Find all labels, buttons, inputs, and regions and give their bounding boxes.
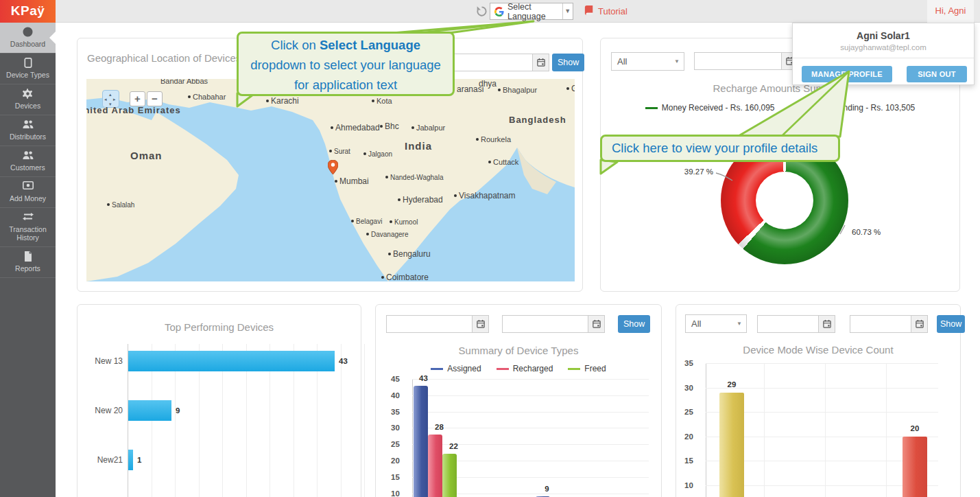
map-date-field[interactable] xyxy=(446,54,532,71)
calendar-icon[interactable] xyxy=(532,54,549,71)
map-label: Oman xyxy=(130,150,163,161)
sign-out-button[interactable]: SIGN OUT xyxy=(907,66,967,82)
bar-value-label: 43 xyxy=(339,357,348,365)
gear-icon xyxy=(1,89,54,100)
tutorial-link[interactable]: Tutorial xyxy=(584,5,628,17)
pan-right-icon[interactable]: ▸ xyxy=(113,97,116,102)
manage-profile-button[interactable]: MANAGE PROFILE xyxy=(802,66,892,82)
language-tooltip: Click on Select Language dropdown to sel… xyxy=(237,32,455,96)
map-label: India xyxy=(405,140,432,152)
report-icon xyxy=(1,251,54,262)
map-label: aranasi xyxy=(457,84,483,94)
language-dropdown-label: Select Language xyxy=(507,2,562,21)
money-icon xyxy=(1,181,54,192)
bar[interactable] xyxy=(903,437,927,497)
map-zoom-out-button[interactable]: − xyxy=(147,91,163,106)
bar-value-label: 29 xyxy=(728,380,737,389)
map-label: Kota xyxy=(372,97,392,105)
map-card-title: Geographical Location of Devices xyxy=(87,52,241,64)
map-label: Kurnool xyxy=(390,218,418,226)
recharge-filter-select[interactable]: All ▼ xyxy=(611,52,684,71)
bar-category-label: New 13 xyxy=(77,356,123,366)
map-label: Jabalpur xyxy=(411,124,445,132)
sidebar-item-label: Devices xyxy=(15,102,40,110)
sidebar-item-label: Customers xyxy=(10,163,45,172)
recharge-date-field[interactable] xyxy=(695,53,781,69)
map-show-button[interactable]: Show xyxy=(552,54,584,71)
bar-value-label: 1 xyxy=(137,456,141,464)
map-label: Surat xyxy=(329,148,350,155)
chevron-down-icon: ▼ xyxy=(674,53,680,70)
geo-map[interactable]: ▴ ▾ ◂ ▸ + − Bandar AbbasChabaharKarachiU… xyxy=(86,79,575,281)
pan-left-icon[interactable]: ◂ xyxy=(104,97,107,102)
greeting-button[interactable]: Hi, Agni xyxy=(927,0,974,23)
active-notch xyxy=(49,32,56,44)
bar-recharged[interactable] xyxy=(428,435,442,497)
map-label: Bhc xyxy=(380,122,399,131)
map-zoom-in-button[interactable]: + xyxy=(130,91,145,106)
legend-item: Money Pending - Rs. 103,505 xyxy=(790,103,916,113)
sidebar-item-label: Dashboard xyxy=(10,40,45,48)
chevron-down-icon[interactable]: ▼ xyxy=(562,3,573,19)
device-types-card: Show Summary of Device Types AssignedRec… xyxy=(375,304,662,497)
recharge-date-input[interactable] xyxy=(694,52,798,70)
map-label: Bangladesh xyxy=(509,115,566,125)
map-label: Cuttack xyxy=(488,158,518,166)
language-tooltip-line3: for application text xyxy=(239,75,453,95)
top-bar: KPaÿ Select Language ▼ Tutorial Hi, Agni xyxy=(0,0,980,23)
bar[interactable] xyxy=(128,351,335,371)
device-mode-card: All ▼ Show Device Mode Wise Device Count… xyxy=(676,304,961,497)
map-label: Bandar Abbas xyxy=(160,79,208,85)
language-dropdown[interactable]: Select Language ▼ xyxy=(490,3,573,20)
sidebar-item-reports[interactable]: Reports xyxy=(0,247,56,278)
legend-item: Money Received - Rs. 160,095 xyxy=(645,103,775,113)
sidebar-item-device-types[interactable]: Device Types xyxy=(0,54,56,84)
map-label: Rourkela xyxy=(476,135,511,143)
map-label: Chabahar xyxy=(188,93,226,101)
location-pin-icon[interactable] xyxy=(328,160,338,177)
bar-value-label: 20 xyxy=(911,424,920,432)
pan-up-icon[interactable]: ▴ xyxy=(109,92,112,97)
profile-tooltip-text: Click here to view your profile details xyxy=(612,141,817,155)
bar-category-label: New21 xyxy=(77,455,123,465)
device-mode-chart: 3530252015102920 xyxy=(676,305,961,497)
sidebar-item-label: Device Types xyxy=(6,71,49,79)
recharge-filter-value: All xyxy=(617,56,627,67)
refresh-icon[interactable] xyxy=(476,5,488,18)
sidebar-item-label: Distributors xyxy=(10,132,46,141)
sidebar-item-add-money[interactable]: Add Money xyxy=(0,177,56,208)
bar[interactable] xyxy=(128,450,133,470)
device-icon xyxy=(1,58,54,69)
donut-received-pct: 60.73 % xyxy=(852,228,881,236)
sidebar-item-devices[interactable]: Devices xyxy=(0,84,56,115)
sidebar-item-customers[interactable]: Customers xyxy=(0,146,56,177)
map-date-input[interactable] xyxy=(445,54,549,71)
map-label: Mumbai xyxy=(335,176,369,186)
map-label: Guwa xyxy=(566,84,575,93)
sidebar-item-label: Transaction History xyxy=(9,225,46,242)
donut-pending-pct: 39.27 % xyxy=(664,167,713,176)
divider xyxy=(793,58,974,58)
bar-assigned[interactable] xyxy=(414,386,428,497)
map-label: Salalah xyxy=(107,201,134,209)
map-label: Bengaluru xyxy=(388,249,431,259)
map-label: Coimbatore xyxy=(381,273,429,281)
book-icon xyxy=(584,5,594,17)
map-label: Belagavi xyxy=(351,218,382,225)
top-devices-chart: New 1343New 209New211 xyxy=(77,305,362,497)
bar[interactable] xyxy=(719,393,744,497)
bar-value-label: 9 xyxy=(545,485,549,493)
sidebar-item-distributors[interactable]: Distributors xyxy=(0,115,56,146)
profile-tooltip: Click here to view your profile details xyxy=(600,135,840,162)
bar-value-label: 43 xyxy=(419,374,428,382)
sidebar-item-transaction-history[interactable]: Transaction History xyxy=(0,208,56,247)
top-devices-card: Top Performing Devices New 1343New 209Ne… xyxy=(77,304,361,497)
bar[interactable] xyxy=(128,400,171,421)
bar-freed[interactable] xyxy=(442,454,457,497)
kpay-logo: KPaÿ xyxy=(0,0,56,23)
sidebar-item-dashboard[interactable]: Dashboard xyxy=(0,23,56,54)
profile-name: Agni Solar1 xyxy=(793,30,974,41)
map-label: Davanagere xyxy=(366,231,408,238)
language-tooltip-line2: dropdown to select your language xyxy=(239,55,453,75)
language-tooltip-line1: Click on Select Language xyxy=(239,35,453,55)
